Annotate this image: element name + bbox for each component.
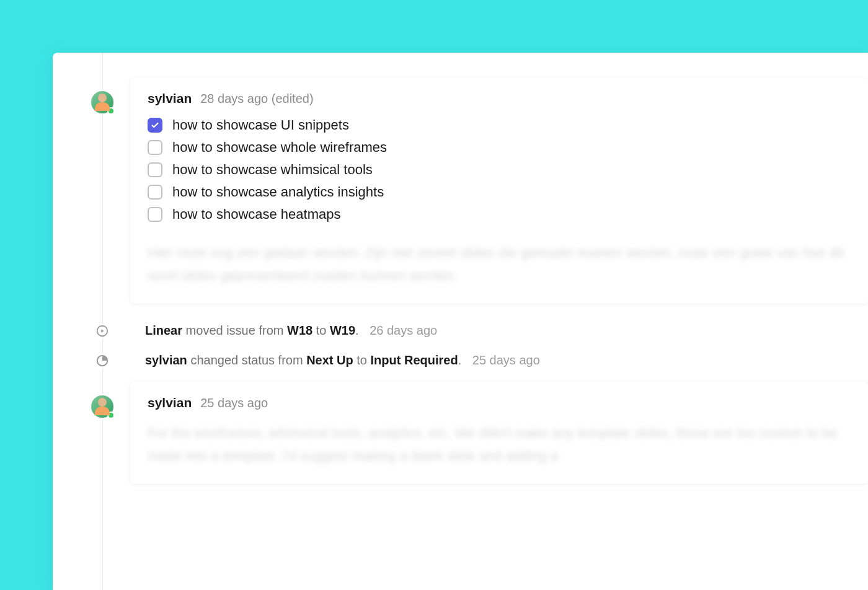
checkbox[interactable] (148, 140, 162, 155)
activity-to-prefix: to (316, 324, 327, 337)
comment-timestamp: 25 days ago (200, 396, 268, 410)
comment-body-blurred: Hier moet nog een gedaan worden. Zijn ni… (148, 241, 851, 288)
cycle-icon (95, 324, 110, 338)
checklist-label: how to showcase UI snippets (172, 117, 349, 133)
activity-verb: moved issue from (186, 324, 284, 337)
checklist-label: how to showcase whimsical tools (172, 162, 373, 178)
activity-actor[interactable]: sylvian (145, 353, 187, 367)
presence-indicator (107, 412, 115, 419)
checkbox[interactable] (148, 185, 162, 200)
comment-row: sylvian 25 days ago For the wireframes, … (53, 382, 868, 484)
activity-to: Input Required (371, 353, 458, 367)
activity-time: 25 days ago (472, 353, 540, 367)
checklist-item: how to showcase heatmaps (148, 206, 851, 222)
checklist-item: how to showcase analytics insights (148, 184, 851, 200)
presence-indicator (107, 107, 115, 115)
comment-timestamp: 28 days ago (edited) (200, 92, 313, 106)
comment-body-blurred: For the wireframes, whimsical tools, ana… (148, 421, 851, 468)
activity-from: W18 (287, 324, 312, 337)
comment-header: sylvian 25 days ago (148, 395, 851, 410)
checkbox[interactable] (148, 207, 162, 222)
activity-actor[interactable]: Linear (145, 324, 182, 337)
activity-from: Next Up (306, 353, 353, 367)
checklist: how to showcase UI snippets how to showc… (148, 117, 851, 222)
checklist-item: how to showcase UI snippets (148, 117, 851, 133)
comment-author[interactable]: sylvian (148, 91, 192, 106)
status-icon (95, 353, 110, 368)
checklist-item: how to showcase whole wireframes (148, 139, 851, 156)
avatar[interactable] (90, 394, 115, 419)
comment-card: sylvian 25 days ago For the wireframes, … (130, 382, 868, 484)
activity-row: Linear moved issue from W18 to W19. 26 d… (95, 316, 868, 346)
comment-row: sylvian 28 days ago (edited) how to show… (53, 77, 868, 304)
checkbox[interactable] (148, 162, 162, 177)
activity-feed: sylvian 28 days ago (edited) how to show… (53, 53, 868, 484)
checkbox[interactable] (148, 118, 162, 133)
checklist-label: how to showcase analytics insights (172, 184, 384, 200)
comment-author[interactable]: sylvian (148, 395, 192, 410)
activity-row: sylvian changed status from Next Up to I… (95, 346, 868, 376)
comment-card: sylvian 28 days ago (edited) how to show… (130, 77, 868, 304)
app-window: sylvian 28 days ago (edited) how to show… (53, 53, 868, 590)
comment-header: sylvian 28 days ago (edited) (148, 91, 851, 106)
checklist-item: how to showcase whimsical tools (148, 162, 851, 178)
activity-to: W19 (330, 324, 355, 337)
avatar[interactable] (90, 90, 115, 115)
activity-time: 26 days ago (370, 324, 437, 337)
checklist-label: how to showcase whole wireframes (172, 139, 387, 156)
activity-verb: changed status from (190, 353, 303, 367)
activity-text: Linear moved issue from W18 to W19. 26 d… (145, 324, 437, 338)
activity-text: sylvian changed status from Next Up to I… (145, 353, 540, 368)
activity-to-prefix: to (356, 353, 367, 367)
checklist-label: how to showcase heatmaps (172, 206, 341, 222)
